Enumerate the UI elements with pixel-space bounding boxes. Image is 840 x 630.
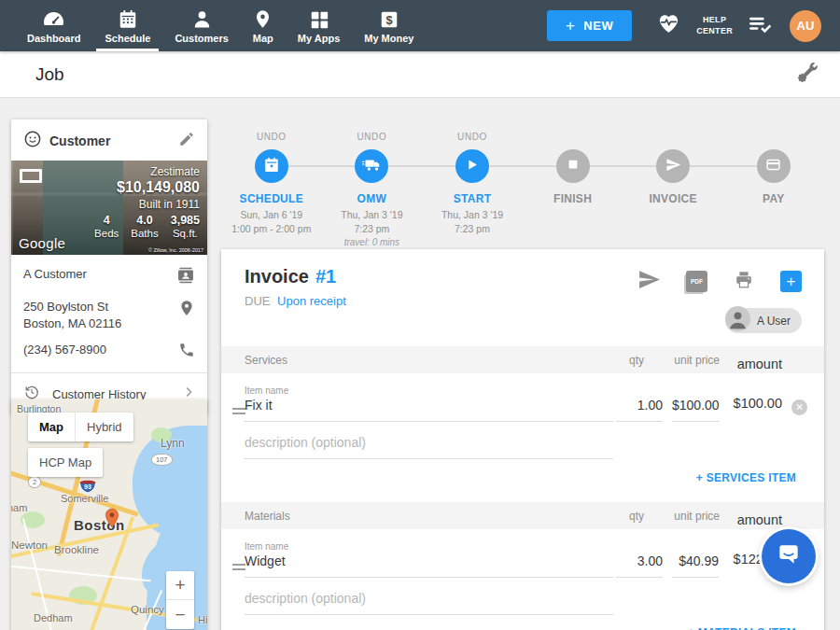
map-zoom-control: + − <box>166 571 194 629</box>
step-label: OMW <box>322 192 423 205</box>
address-line1: 250 Boylston St <box>23 300 108 314</box>
item-name-label: Item name <box>245 385 288 396</box>
material-line-item: Item name Widget 3.00 $40.99 $122.97 ✕ d… <box>221 541 824 630</box>
map-zoom-out-button[interactable]: − <box>166 600 194 629</box>
timeline-step-finish: FINISH <box>523 117 623 247</box>
item-name-label: Item name <box>245 541 288 552</box>
timeline-step-omw: UNDO OMW Thu, Jan 3 '19 7:23 pm travel: … <box>322 117 423 247</box>
hcp-map-button[interactable]: HCP Map <box>28 448 103 477</box>
nav-item-map[interactable]: Map <box>241 0 286 51</box>
map-widget[interactable]: Burlington Lynn 107 2 93 Somerville ham … <box>11 399 207 630</box>
map-type-toggle: Map Hybrid <box>28 413 133 441</box>
page-title: Job <box>35 64 64 85</box>
undo-schedule-button[interactable]: UNDO <box>221 132 322 144</box>
schedule-step-button[interactable] <box>255 149 288 183</box>
print-icon[interactable] <box>733 270 755 294</box>
calendar-icon <box>118 7 138 30</box>
material-description-input[interactable]: description (optional) <box>245 591 613 615</box>
omw-step-button[interactable] <box>355 149 388 183</box>
add-materials-item-link[interactable]: + MATERIALS ITEM <box>688 626 796 630</box>
map-label-lynn: Lynn <box>161 437 185 450</box>
invoice-step-button[interactable] <box>656 149 690 183</box>
customer-address-row: 250 Boylston St Boston, MA 02116 <box>23 299 195 331</box>
stat-label: Beds <box>94 228 119 239</box>
material-unit-price-input[interactable]: $40.99 <box>672 553 719 578</box>
travel-time: travel: 0 mins <box>322 237 423 247</box>
step-label: INVOICE <box>623 192 723 205</box>
amount-column-header: amount <box>719 357 782 371</box>
assigned-user-pill[interactable]: A User <box>725 308 802 333</box>
service-unit-price-input[interactable]: $100.00 <box>672 398 719 422</box>
plus-icon: + <box>566 20 575 32</box>
zestimate-value: $10,149,080 <box>94 179 200 196</box>
heart-pulse-icon[interactable] <box>656 12 681 39</box>
nav-item-customers[interactable]: Customers <box>162 0 240 51</box>
phone-icon[interactable] <box>171 342 195 362</box>
send-invoice-icon[interactable] <box>637 268 661 295</box>
stat-value: 4.0 <box>131 214 158 227</box>
nav-item-my-apps[interactable]: My Apps <box>286 0 352 51</box>
map-zoom-in-button[interactable]: + <box>166 571 194 600</box>
help-center-link[interactable]: HELP CENTER <box>696 15 733 36</box>
chat-launcher-button[interactable] <box>762 529 816 583</box>
paper-plane-icon <box>665 157 681 176</box>
service-line-item: Item name Fix it 1.00 $100.00 $100.00 ✕ … <box>221 385 824 475</box>
app-screen: Dashboard Schedule Customers Map My Apps… <box>0 0 840 630</box>
pdf-icon[interactable]: PDF <box>686 271 707 292</box>
timeline-step-invoice: INVOICE <box>623 117 723 247</box>
edit-pencil-icon[interactable] <box>178 131 195 151</box>
due-value-link[interactable]: Upon receipt <box>277 294 346 308</box>
stop-icon <box>567 158 580 175</box>
drag-handle-icon[interactable] <box>232 564 245 573</box>
map-type-map-button[interactable]: Map <box>28 413 76 441</box>
step-date: Thu, Jan 3 '19 7:23 pm <box>422 208 523 236</box>
job-tools-icon[interactable] <box>795 61 819 89</box>
start-step-button[interactable] <box>455 149 489 183</box>
new-button[interactable]: + NEW <box>547 10 632 41</box>
invoice-number[interactable]: #1 <box>315 266 336 287</box>
pay-step-button[interactable] <box>757 149 791 183</box>
step-date: Thu, Jan 3 '19 7:23 pm <box>322 208 423 236</box>
user-avatar[interactable]: AU <box>790 10 821 42</box>
undo-start-button[interactable]: UNDO <box>422 132 523 144</box>
address-line2: Boston, MA 02116 <box>23 316 121 330</box>
nav-item-my-money[interactable]: $ My Money <box>352 0 426 51</box>
drag-handle-icon[interactable] <box>232 408 245 417</box>
nav-label: Schedule <box>105 33 150 44</box>
location-pin-icon[interactable] <box>171 299 195 321</box>
add-invoice-icon[interactable]: + <box>780 271 802 292</box>
undo-omw-button[interactable]: UNDO <box>322 132 423 144</box>
timeline-step-start: UNDO START Thu, Jan 3 '19 7:23 pm <box>422 117 523 247</box>
customer-card-header: Customer <box>11 119 207 161</box>
materials-header-bar: Materials qty unit price amount <box>221 502 824 529</box>
job-location-pin[interactable] <box>105 508 119 532</box>
service-item-name-input[interactable]: Fix it <box>245 398 613 422</box>
contact-card-icon[interactable] <box>169 266 195 288</box>
step-date-line2: 1:00 pm - 2:00 pm <box>231 223 311 234</box>
nav-item-schedule[interactable]: Schedule <box>92 0 162 51</box>
gauge-icon <box>42 7 65 30</box>
add-services-item-link[interactable]: + SERVICES ITEM <box>696 471 796 484</box>
remove-service-item-button[interactable]: ✕ <box>791 399 807 415</box>
play-icon <box>465 158 479 175</box>
unit-price-column-header: unit price <box>674 510 720 523</box>
checklist-icon[interactable] <box>748 13 773 38</box>
zillow-copyright: © Zillow, Inc. 2006-2017 <box>148 247 203 253</box>
service-description-input[interactable]: description (optional) <box>245 435 613 459</box>
service-qty-input[interactable]: 1.00 <box>616 398 663 422</box>
unit-price-column-header: unit price <box>674 354 720 367</box>
material-qty-input[interactable]: 3.00 <box>616 553 663 578</box>
qty-column-header: qty <box>629 354 644 367</box>
nav-label: My Apps <box>298 33 340 44</box>
svg-text:93: 93 <box>84 483 91 491</box>
property-stats: 4 Beds 4.0 Baths 3,985 Sq.ft. <box>94 214 200 239</box>
property-photo[interactable]: Zestimate $10,149,080 Built in 1911 4 Be… <box>11 161 207 255</box>
finish-step-button[interactable] <box>556 149 590 183</box>
step-label: FINISH <box>523 192 623 205</box>
material-item-name-input[interactable]: Widget <box>245 553 613 578</box>
invoice-due-row: DUE Upon receipt <box>245 294 346 308</box>
map-label-newton: Newton <box>11 539 48 551</box>
map-type-hybrid-button[interactable]: Hybrid <box>76 413 133 441</box>
map-road <box>11 565 151 582</box>
nav-item-dashboard[interactable]: Dashboard <box>15 0 92 51</box>
